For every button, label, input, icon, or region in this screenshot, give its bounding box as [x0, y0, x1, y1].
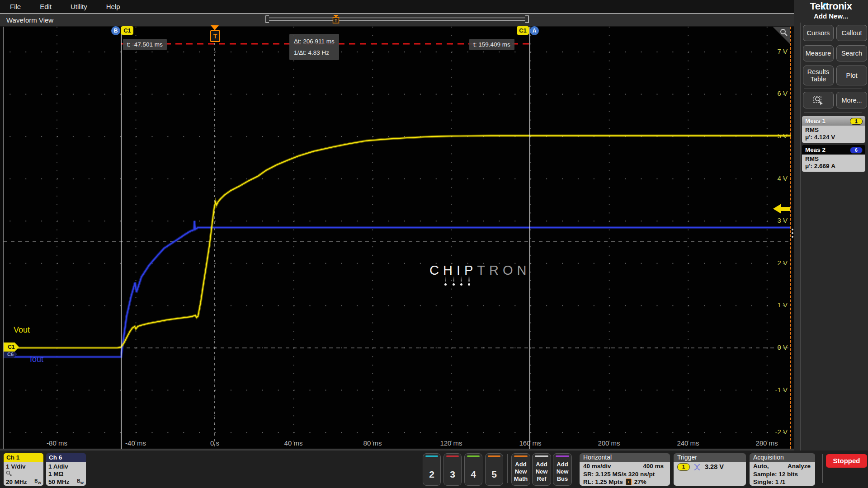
magnifier-icon[interactable] [779, 28, 788, 37]
add-new-ref-button[interactable]: Add New Ref [532, 453, 551, 486]
trigger-level-value: 3.28 V [705, 463, 724, 471]
channel-2-color-stripe [425, 455, 438, 457]
ch1-scale: 1 V/div [6, 463, 41, 470]
iout-trace[interactable] [4, 221, 791, 357]
cursors-button[interactable]: Cursors [803, 25, 834, 41]
acquisition-analyze: Analyze [788, 462, 811, 470]
iout-trace-glow [4, 221, 791, 357]
sidebar-divider [804, 113, 862, 113]
horizontal-span: 400 ms [643, 462, 664, 470]
cursor-delta-readout[interactable]: Δt: 206.911 ms 1/Δt: 4.83 Hz [289, 34, 339, 60]
cursor-b-badge[interactable]: B [111, 26, 120, 35]
oscilloscope-app: File Edit Utility Help Waveform View T 7… [0, 0, 868, 488]
add-new-math-button[interactable]: Add New Math [511, 453, 530, 486]
horizontal-panel-title: Horizontal [580, 453, 670, 462]
svg-text:T: T [335, 18, 337, 23]
menu-help[interactable]: Help [106, 3, 120, 10]
more-button[interactable]: More... [836, 92, 867, 108]
channel-3-button[interactable]: 3 [443, 453, 462, 486]
meas1-header: Meas 1 1 [802, 116, 865, 126]
trigger-slope-icon [693, 464, 701, 471]
right-sidebar: Tektronix Add New... Cursors Callout Mea… [794, 0, 868, 488]
channel-1-header: Ch 1 [4, 453, 43, 462]
measure-button[interactable]: Measure [803, 45, 834, 61]
trigger-panel-title: Trigger [674, 453, 746, 462]
horizontal-panel[interactable]: Horizontal 40 ms/div 400 ms SR: 3.125 MS… [580, 453, 670, 486]
trigger-position-icon: T [626, 479, 632, 485]
meas1-source-badge: 1 [850, 118, 863, 125]
acquisition-panel[interactable]: Acquisition Auto, Analyze Sample: 12 bit… [750, 453, 815, 486]
cursor-a-time-readout[interactable]: t: 159.409 ms [469, 39, 514, 50]
bandwidth-limit-icon: BW [77, 478, 84, 486]
horizontal-scale: 40 ms/div [583, 462, 611, 470]
meas2-type: RMS [805, 155, 862, 163]
zoom-select-button[interactable] [803, 92, 834, 108]
cursor-a-channel-badge[interactable]: C1 [517, 26, 529, 35]
bus-color-stripe [556, 455, 569, 457]
minimap-trigger-icon[interactable]: T [333, 15, 339, 23]
bottom-bar-divider [822, 454, 823, 483]
search-button[interactable]: Search [836, 45, 867, 61]
trigger-marker-triangle-icon[interactable] [211, 25, 219, 30]
waveform-plot[interactable]: 7 V 6 V 5 V 4 V 3 V 2 V 1 V 0 V -1 V -2 … [4, 27, 791, 449]
horizontal-record-length: RL: 1.25 Mpts [583, 478, 623, 486]
probe-icon [6, 470, 41, 478]
sidebar-divider [800, 23, 801, 488]
channel-6-header: Ch 6 [46, 453, 86, 462]
minimap-right-bracket[interactable] [525, 16, 528, 23]
meas2-source-badge: 6 [850, 147, 863, 154]
meas1-type: RMS [805, 127, 862, 134]
measurement-badge-meas1[interactable]: Meas 1 1 RMS μ': 4.124 V [802, 116, 865, 143]
panel-drag-handle[interactable] [792, 229, 793, 238]
callout-button[interactable]: Callout [836, 25, 867, 41]
bandwidth-limit-icon: BW [34, 478, 41, 486]
iout-trace-label[interactable]: Iout [30, 355, 43, 364]
channel-5-color-stripe [488, 455, 500, 457]
vout-trace-label[interactable]: Vout [14, 325, 30, 335]
channel-4-button[interactable]: 4 [464, 453, 482, 486]
ref-color-stripe [535, 455, 548, 457]
acquisition-single: Single: 1 /1 [753, 478, 811, 486]
plot-button[interactable]: Plot [836, 66, 867, 85]
meas2-header: Meas 2 6 [802, 145, 865, 155]
cursor-b-time-readout[interactable]: t: -47.501 ms [123, 39, 167, 50]
menu-file[interactable]: File [10, 3, 21, 10]
menu-edit[interactable]: Edit [40, 3, 52, 10]
ch6-bandwidth: 50 MHz [48, 479, 70, 486]
acquisition-mode: Auto, [753, 462, 769, 470]
waveform-canvas [4, 27, 791, 449]
trigger-panel[interactable]: Trigger 1 3.28 V [674, 453, 746, 486]
channel-3-color-stripe [446, 455, 459, 457]
channel-2-button[interactable]: 2 [423, 453, 441, 486]
horizontal-position-minimap[interactable]: T [264, 15, 530, 23]
zoom-select-icon [813, 95, 824, 105]
ch6-impedance: 1 MΩ [48, 470, 84, 478]
sidebar-divider [804, 89, 862, 89]
waveform-view-title: Waveform View [6, 16, 53, 24]
acquisition-panel-title: Acquisition [750, 453, 815, 462]
horizontal-sample-rate: SR: 3.125 MS/s 320 ns/pt [583, 470, 666, 479]
trigger-level-arrow-icon[interactable] [773, 204, 790, 214]
math-color-stripe [514, 455, 528, 457]
acquisition-status-button[interactable]: Stopped [826, 454, 867, 468]
channel-1-badge[interactable]: Ch 1 1 V/div 20 MHz BW [4, 453, 43, 486]
minimap-left-bracket[interactable] [266, 16, 269, 23]
bottom-bar: Ch 1 1 V/div 20 MHz BW Ch 6 1 A/div 1 MΩ… [0, 450, 868, 488]
ch1-bandwidth: 20 MHz [6, 479, 27, 486]
cursor-b-channel-badge[interactable]: C1 [121, 26, 133, 35]
channel-6-badge[interactable]: Ch 6 1 A/div 1 MΩ 50 MHz BW [46, 453, 86, 486]
brand-logo: Tektronix [794, 0, 868, 12]
add-new-bus-button[interactable]: Add New Bus [553, 453, 572, 486]
cursor-a-badge[interactable]: A [530, 26, 539, 35]
measurement-badge-meas2[interactable]: Meas 2 6 RMS μ': 2.669 A [802, 145, 865, 172]
plot-right-edge-handle[interactable] [790, 27, 791, 449]
ch6-scale: 1 A/div [48, 463, 84, 470]
meas1-value: μ': 4.124 V [805, 134, 862, 141]
results-table-button[interactable]: Results Table [803, 66, 834, 85]
channel-5-button[interactable]: 5 [485, 453, 503, 486]
menu-utility[interactable]: Utility [71, 3, 87, 10]
trigger-marker-icon[interactable]: T [210, 30, 220, 42]
horizontal-trigger-position: 27% [634, 478, 646, 486]
inverse-delta-t-value: 1/Δt: 4.83 Hz [294, 47, 335, 58]
delta-t-value: Δt: 206.911 ms [294, 36, 335, 47]
